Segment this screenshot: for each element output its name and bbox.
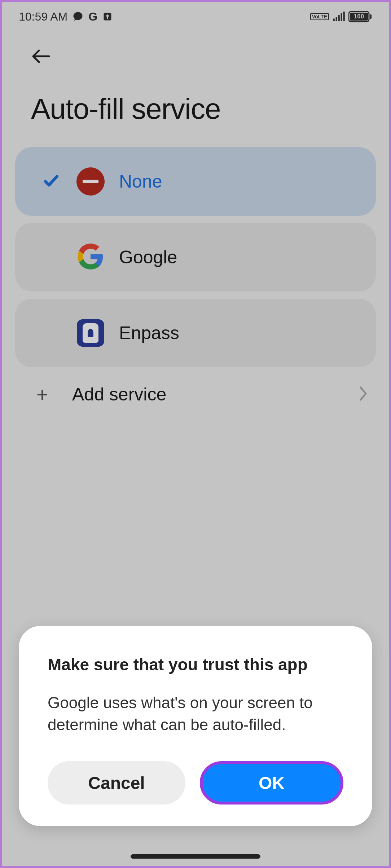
svg-rect-8 bbox=[370, 14, 372, 19]
trust-app-dialog: Make sure that you trust this app Google… bbox=[19, 626, 372, 826]
svg-rect-4 bbox=[341, 13, 342, 21]
option-label: None bbox=[119, 171, 162, 192]
autofill-option-enpass[interactable]: Enpass bbox=[15, 299, 376, 367]
google-g-status-icon: G bbox=[88, 10, 97, 23]
enpass-icon bbox=[77, 319, 104, 347]
option-label: Google bbox=[119, 247, 177, 268]
status-time: 10:59 AM bbox=[19, 10, 67, 23]
volte-icon: VoLTE bbox=[310, 13, 329, 20]
upload-icon bbox=[102, 12, 113, 22]
signal-icon bbox=[333, 12, 345, 22]
check-icon bbox=[43, 172, 60, 191]
svg-rect-1 bbox=[333, 19, 335, 21]
ok-button[interactable]: OK bbox=[200, 761, 343, 805]
autofill-option-none[interactable]: None bbox=[15, 147, 376, 216]
svg-rect-5 bbox=[343, 12, 345, 21]
google-icon bbox=[76, 242, 105, 272]
dialog-title: Make sure that you trust this app bbox=[48, 655, 343, 674]
option-label: Enpass bbox=[119, 323, 179, 343]
page-title: Auto-fill service bbox=[2, 71, 389, 147]
add-service-button[interactable]: + Add service bbox=[2, 367, 389, 421]
svg-rect-3 bbox=[338, 15, 340, 21]
autofill-options-list: None Google bbox=[2, 147, 389, 367]
battery-icon: 100 bbox=[348, 11, 372, 22]
autofill-option-google[interactable]: Google bbox=[15, 223, 376, 291]
status-bar: 10:59 AM G VoLTE bbox=[2, 2, 389, 31]
device-frame: 10:59 AM G VoLTE bbox=[0, 0, 391, 868]
gesture-nav-bar[interactable] bbox=[131, 854, 260, 859]
plus-icon: + bbox=[33, 383, 51, 406]
add-service-label: Add service bbox=[72, 384, 337, 405]
cancel-button[interactable]: Cancel bbox=[48, 761, 185, 805]
chevron-right-icon bbox=[358, 386, 369, 403]
chat-bubble-icon bbox=[73, 11, 83, 22]
svg-rect-2 bbox=[336, 17, 337, 21]
back-button[interactable] bbox=[31, 45, 53, 67]
dialog-body: Google uses what's on your screen to det… bbox=[48, 692, 343, 736]
none-icon bbox=[76, 167, 105, 196]
